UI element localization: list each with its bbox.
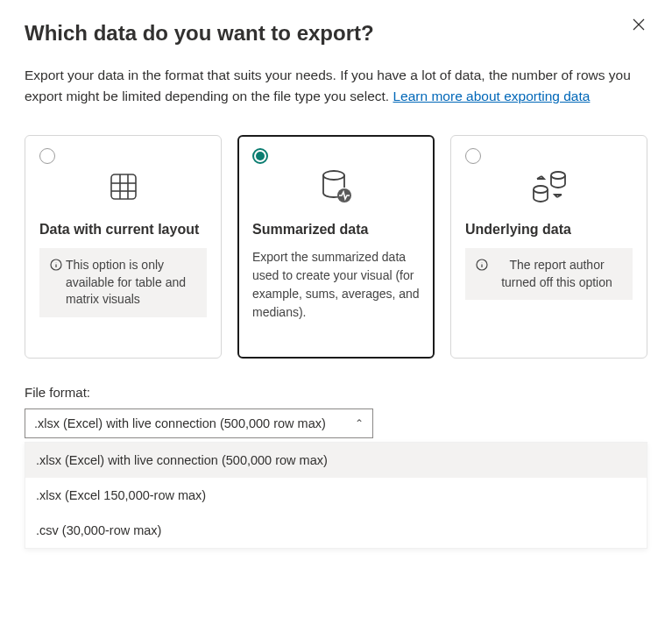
radio-summarized-data[interactable] bbox=[252, 148, 268, 164]
learn-more-link[interactable]: Learn more about exporting data bbox=[393, 89, 590, 103]
option-current-layout[interactable]: Data with current layout This option is … bbox=[25, 135, 222, 359]
chevron-up-icon: ⌃ bbox=[355, 417, 364, 430]
close-button[interactable] bbox=[630, 16, 647, 33]
file-format-dropdown[interactable]: .xlsx (Excel) with live connection (500,… bbox=[25, 408, 373, 438]
info-icon bbox=[476, 259, 488, 271]
export-options: Data with current layout This option is … bbox=[25, 135, 647, 359]
option-underlying-data[interactable]: Underlying data The report author turned… bbox=[450, 135, 647, 359]
dropdown-item[interactable]: .csv (30,000-row max) bbox=[25, 513, 647, 548]
option-message: The report author turned off this option bbox=[465, 248, 633, 300]
info-icon bbox=[50, 259, 62, 271]
option-title: Data with current layout bbox=[39, 222, 207, 238]
dropdown-item[interactable]: .xlsx (Excel 150,000-row max) bbox=[25, 478, 647, 513]
option-message: This option is only available for table … bbox=[39, 248, 207, 317]
file-format-options: .xlsx (Excel) with live connection (500,… bbox=[25, 442, 647, 549]
close-icon bbox=[633, 18, 645, 31]
svg-point-13 bbox=[534, 186, 548, 193]
svg-rect-2 bbox=[111, 174, 136, 199]
svg-point-12 bbox=[551, 172, 565, 179]
option-title: Summarized data bbox=[252, 222, 420, 238]
svg-point-10 bbox=[323, 171, 344, 180]
database-swap-icon bbox=[528, 168, 570, 205]
option-summarized-data[interactable]: Summarized data Export the summarized da… bbox=[237, 135, 435, 359]
option-description: Export the summarized data used to creat… bbox=[252, 248, 420, 322]
radio-underlying-data[interactable] bbox=[465, 148, 481, 164]
dropdown-item[interactable]: .xlsx (Excel) with live connection (500,… bbox=[25, 443, 647, 478]
file-format-label: File format: bbox=[25, 385, 647, 400]
dialog-title: Which data do you want to export? bbox=[25, 21, 647, 46]
database-pulse-icon bbox=[319, 168, 354, 205]
dialog-description: Export your data in the format that suit… bbox=[25, 65, 638, 107]
dropdown-selected: .xlsx (Excel) with live connection (500,… bbox=[34, 416, 326, 430]
option-title: Underlying data bbox=[465, 222, 633, 238]
radio-current-layout[interactable] bbox=[39, 148, 55, 164]
table-icon bbox=[109, 172, 138, 202]
